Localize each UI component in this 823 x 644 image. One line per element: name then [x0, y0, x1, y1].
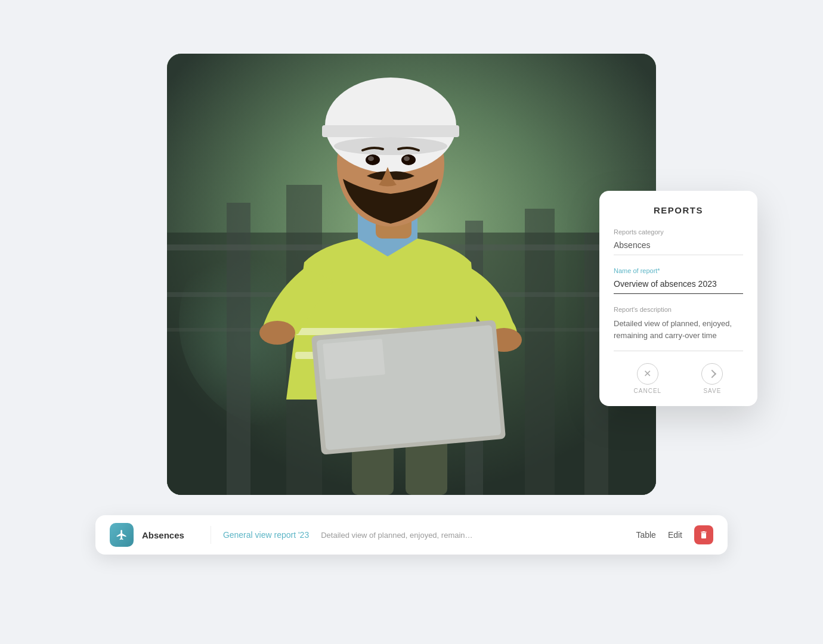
category-value: Absences — [614, 240, 743, 255]
svg-point-28 — [404, 156, 410, 161]
svg-point-24 — [334, 137, 447, 155]
bar-description: Detailed view of planned, enjoyed, remai… — [321, 531, 474, 540]
bar-report-name[interactable]: General view report '23 — [223, 530, 309, 540]
svg-point-27 — [368, 156, 374, 161]
description-content: Detailed view of planned, enjoyed, remai… — [614, 318, 743, 351]
cancel-label: CANCEL — [634, 388, 662, 394]
hero-image — [167, 54, 656, 495]
description-label: Report's description — [614, 306, 743, 313]
category-label: Reports category — [614, 228, 743, 236]
save-button[interactable]: SAVE — [701, 363, 723, 394]
bar-table-label[interactable]: Table — [636, 530, 655, 540]
description-field-group: Report's description Detailed view of pl… — [614, 306, 743, 351]
panel-actions: ✕ CANCEL SAVE — [614, 363, 743, 394]
name-field-group: Name of report* Overview of absences 202… — [614, 267, 743, 294]
bar-absences-label: Absences — [142, 530, 184, 540]
bar-edit-label[interactable]: Edit — [668, 530, 682, 540]
name-value[interactable]: Overview of absences 2023 — [614, 279, 743, 294]
svg-rect-6 — [525, 209, 555, 495]
absences-icon-wrap — [110, 523, 134, 547]
bar-divider-1 — [211, 526, 211, 544]
arrow-right-icon — [708, 370, 716, 378]
name-label: Name of report* — [614, 267, 743, 274]
category-field-group: Reports category Absences — [614, 228, 743, 255]
trash-icon — [699, 530, 708, 540]
cancel-button[interactable]: ✕ CANCEL — [634, 363, 662, 394]
svg-rect-19 — [323, 339, 385, 379]
bar-actions: Table Edit — [636, 525, 713, 544]
delete-button[interactable] — [694, 525, 713, 544]
svg-rect-23 — [322, 125, 459, 137]
bottom-bar: Absences General view report '23 Detaile… — [95, 515, 728, 555]
description-text: Detailed view of planned, enjoyed, remai… — [614, 318, 743, 341]
cancel-icon-circle: ✕ — [637, 363, 658, 385]
panel-title: REPORTS — [614, 205, 743, 215]
save-icon-circle — [701, 363, 723, 385]
airplane-icon — [116, 529, 128, 541]
svg-point-15 — [259, 321, 295, 345]
save-label: SAVE — [703, 388, 721, 394]
reports-panel: REPORTS Reports category Absences Name o… — [599, 191, 757, 406]
